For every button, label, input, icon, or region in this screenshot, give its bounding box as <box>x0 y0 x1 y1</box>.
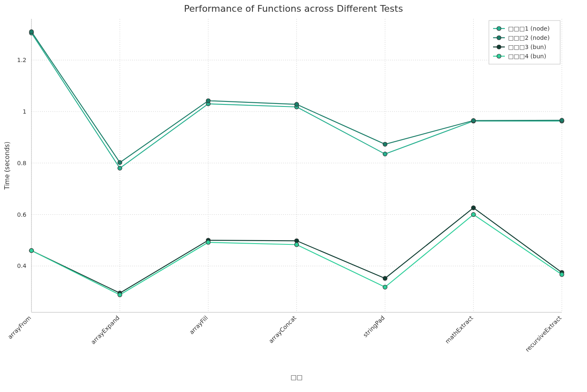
series-point <box>471 213 475 217</box>
series-point <box>471 206 475 210</box>
series-point <box>118 166 122 170</box>
series-line <box>31 33 562 168</box>
y-axis-label: Time (seconds) <box>3 142 11 190</box>
line-chart-svg: Performance of Functions across Differen… <box>0 0 587 392</box>
series-point <box>471 119 475 123</box>
x-tick-label: recursiveExtract <box>524 314 563 353</box>
legend-swatch-point <box>497 54 501 58</box>
series-point <box>383 142 387 146</box>
series-point <box>206 240 210 244</box>
x-axis-label: □□ <box>291 374 302 381</box>
x-tick-label: arrayConcat <box>268 314 298 344</box>
x-tick-label: mathExtract <box>444 314 475 345</box>
series-point <box>295 243 299 247</box>
x-tick-label: stringPad <box>362 314 386 339</box>
series-point <box>560 118 564 122</box>
series-point <box>29 249 34 253</box>
x-tick-label: arrayFill <box>188 314 209 336</box>
legend-label: □□□2 (node) <box>508 34 550 41</box>
series-point <box>118 161 122 165</box>
series-point <box>383 276 387 280</box>
series-point <box>29 30 34 34</box>
legend-swatch-point <box>497 36 501 40</box>
legend-label: □□□3 (bun) <box>508 44 546 50</box>
x-tick-label: arrayExpand <box>90 314 121 345</box>
series-point <box>295 102 299 106</box>
series-point <box>383 285 387 289</box>
series-point <box>206 99 210 103</box>
y-tick-label: 1.2 <box>17 57 26 63</box>
chart-title: Performance of Functions across Differen… <box>184 3 403 14</box>
series-point <box>383 152 387 156</box>
series-point <box>118 293 122 297</box>
chart-container: Performance of Functions across Differen… <box>0 0 587 392</box>
y-tick-label: 0.6 <box>17 211 26 218</box>
legend-swatch-point <box>497 45 501 49</box>
series-point <box>560 273 564 277</box>
y-tick-label: 0.4 <box>17 262 26 269</box>
y-tick-label: 1 <box>23 108 26 115</box>
legend-label: □□□1 (node) <box>508 25 550 32</box>
legend: □□□1 (node)□□□2 (node)□□□3 (bun)□□□4 (bu… <box>489 21 560 64</box>
series-point <box>295 239 299 243</box>
legend-label: □□□4 (bun) <box>508 53 546 60</box>
x-tick-label: arrayFrom <box>6 314 32 340</box>
y-tick-label: 0.8 <box>17 160 26 166</box>
legend-swatch-point <box>497 26 501 31</box>
